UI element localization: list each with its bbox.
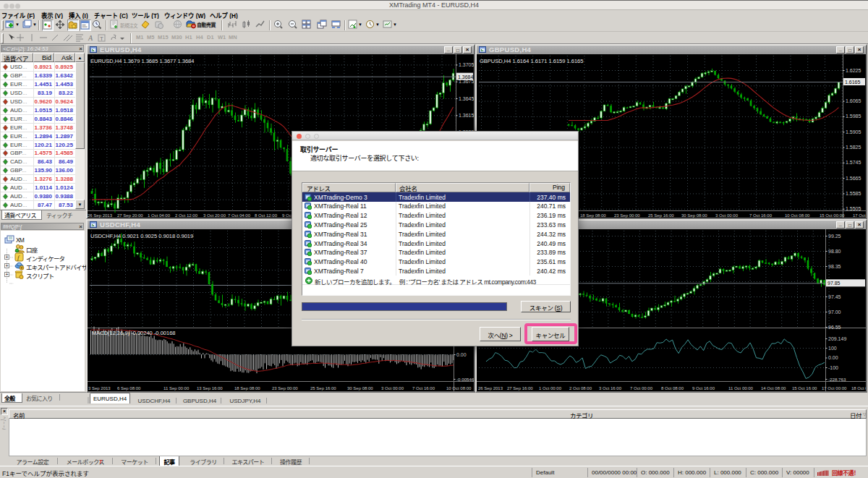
svg-text:T: T [100,35,103,42]
svg-text:A: A [88,34,93,42]
